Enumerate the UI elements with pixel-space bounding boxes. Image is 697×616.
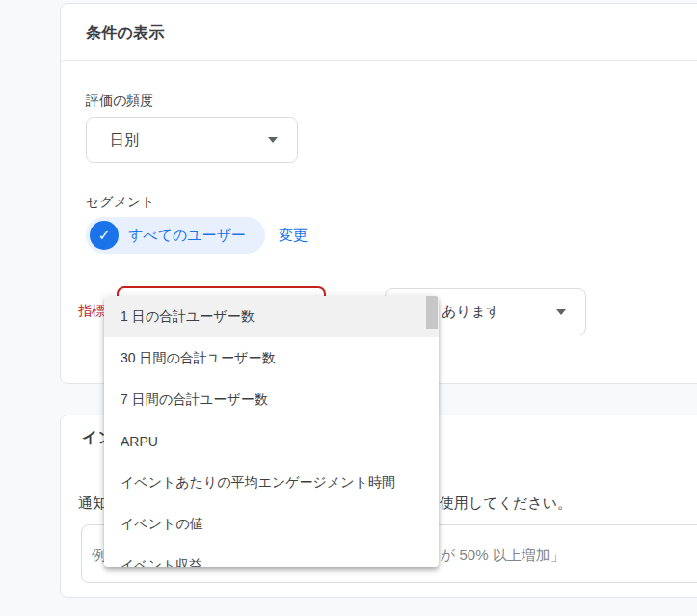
conditions-card-title: 条件の表示 xyxy=(86,23,164,43)
metric-dropdown-item[interactable]: ARPU xyxy=(104,420,439,462)
segment-chip-label: すべてのユーザー xyxy=(128,227,246,245)
frequency-select[interactable]: 日別 xyxy=(86,117,298,163)
dropdown-scrollbar[interactable] xyxy=(426,296,438,329)
metric-dropdown-item[interactable]: イベントあたりの平均エンゲージメント時間 xyxy=(104,462,439,503)
metric-dropdown-item[interactable]: 30 日間の合計ユーザー数 xyxy=(104,337,439,379)
metric-dropdown-item[interactable]: イベントの値 xyxy=(104,503,439,545)
chevron-down-icon xyxy=(268,137,278,143)
input-placeholder-fragment-end: が 50% 以上増加」 xyxy=(441,547,565,565)
notice-text-fragment-start: 通知 xyxy=(78,495,107,513)
notice-text-fragment-end: 使用してください。 xyxy=(440,495,572,513)
card-divider xyxy=(61,60,697,61)
segment-chip[interactable]: ✓ すべてのユーザー xyxy=(86,217,265,254)
check-icon: ✓ xyxy=(90,221,119,250)
metric-label: 指標 xyxy=(78,303,105,320)
segment-label: セグメント xyxy=(86,194,155,211)
frequency-select-value: 日別 xyxy=(87,131,139,149)
metric-dropdown-menu: 1 日の合計ユーザー数30 日間の合計ユーザー数7 日間の合計ユーザー数ARPU… xyxy=(104,296,439,567)
metric-dropdown-item[interactable]: 1 日の合計ユーザー数 xyxy=(104,296,439,337)
insight-dialog-page: { "card_conditions": { "title": "条件の表示",… xyxy=(0,0,697,616)
metric-dropdown-item[interactable]: 7 日間の合計ユーザー数 xyxy=(104,379,439,420)
metric-dropdown-list: 1 日の合計ユーザー数30 日間の合計ユーザー数7 日間の合計ユーザー数ARPU… xyxy=(104,296,439,567)
segment-change-link[interactable]: 変更 xyxy=(279,227,308,245)
chevron-down-icon xyxy=(556,309,566,315)
frequency-label: 評価の頻度 xyxy=(86,93,153,110)
metric-dropdown-item[interactable]: イベント収益 xyxy=(104,545,439,567)
